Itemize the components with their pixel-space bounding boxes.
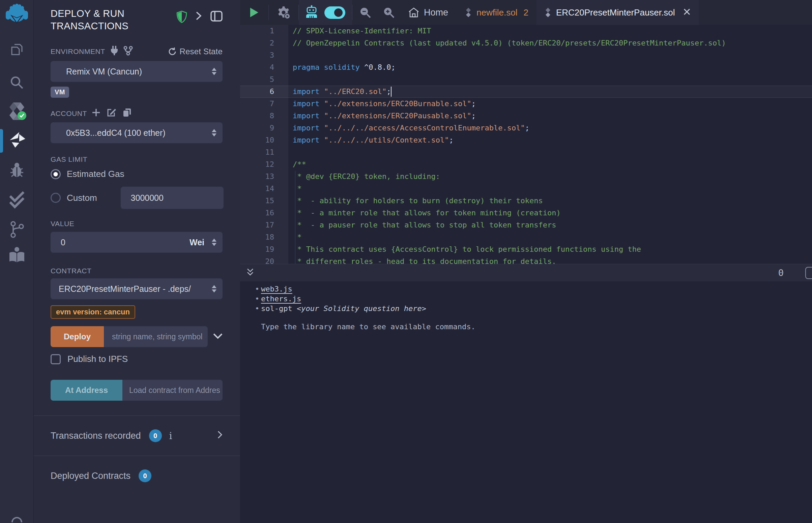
- terminal-lines: •web3.js•ethers.js•sol-gpt <your Solidit…: [261, 284, 812, 313]
- line-number: 19: [240, 243, 288, 255]
- line-number: 3: [240, 49, 288, 61]
- git-icon[interactable]: [0, 221, 34, 238]
- remix-logo[interactable]: [0, 3, 34, 24]
- close-tab-icon[interactable]: [683, 7, 691, 18]
- code-line[interactable]: 1// SPDX-License-Identifier: MIT: [240, 25, 812, 37]
- at-address-button[interactable]: At Address: [51, 380, 122, 401]
- code-line[interactable]: 8import "../extensions/ERC20Pausable.sol…: [240, 110, 812, 122]
- deployed-contracts-row: Deployed Contracts 0: [51, 456, 223, 496]
- terminal-list-item[interactable]: •web3.js: [261, 284, 812, 294]
- deploy-and-run-icon[interactable]: [0, 131, 34, 148]
- zoom-in-icon[interactable]: [378, 0, 400, 25]
- tab-newfile[interactable]: newfile.sol 2: [457, 0, 536, 25]
- fork-state-icon[interactable]: [123, 46, 133, 57]
- code-editor[interactable]: 1// SPDX-License-Identifier: MIT2// Open…: [240, 25, 812, 264]
- add-account-icon[interactable]: [92, 108, 101, 119]
- value-input-group[interactable]: 0 Wei: [51, 232, 223, 253]
- learneth-icon[interactable]: [0, 247, 34, 263]
- solidity-compiler-icon[interactable]: [0, 102, 34, 121]
- deploy-button[interactable]: Deploy: [51, 326, 104, 347]
- custom-gas-input[interactable]: [121, 187, 224, 209]
- unit-testing-icon[interactable]: [0, 191, 34, 208]
- settings-gear-icon[interactable]: [0, 518, 34, 523]
- code-line[interactable]: 7import "../extensions/ERC20Burnable.sol…: [240, 98, 812, 110]
- terminal-link[interactable]: web3.js: [261, 285, 293, 293]
- bullet-icon: •: [255, 294, 259, 304]
- code-line[interactable]: 9import "../../../access/AccessControlEn…: [240, 122, 812, 134]
- code-line[interactable]: 3: [240, 49, 812, 61]
- line-number: 4: [240, 61, 288, 73]
- tab-home[interactable]: Home: [400, 0, 457, 25]
- contract-select[interactable]: ERC20PresetMinterPauser - .deps/: [51, 278, 223, 299]
- line-number: 5: [240, 73, 288, 86]
- line-number: 2: [240, 37, 288, 49]
- code-line[interactable]: 5: [240, 73, 812, 86]
- code-line[interactable]: 10import "../../../utils/Context.sol";: [240, 134, 812, 146]
- code-line[interactable]: 17 * - a pauser role that allows to stop…: [240, 219, 812, 231]
- line-number: 7: [240, 98, 288, 110]
- code-line[interactable]: 4pragma solidity ^0.8.0;: [240, 61, 812, 73]
- code-line[interactable]: 14 *: [240, 183, 812, 195]
- page-title: DEPLOY & RUN TRANSACTIONS: [51, 7, 152, 32]
- info-icon[interactable]: i: [169, 431, 172, 441]
- radio-selected-icon[interactable]: [51, 169, 61, 179]
- ai-copilot-robot-icon[interactable]: [305, 5, 318, 20]
- plug-icon[interactable]: [110, 46, 119, 57]
- script-config-icon[interactable]: [269, 0, 298, 25]
- code-line[interactable]: 2// OpenZeppelin Contracts (last updated…: [240, 37, 812, 49]
- search-icon[interactable]: [0, 75, 34, 90]
- tab-erc20presetminterpauser[interactable]: ERC20PresetMinterPauser.sol: [536, 0, 699, 25]
- code-line[interactable]: 12/**: [240, 158, 812, 170]
- run-script-button[interactable]: [240, 0, 268, 25]
- checkbox-icon[interactable]: [51, 354, 61, 364]
- radio-unselected-icon[interactable]: [51, 193, 61, 203]
- at-address-input[interactable]: [122, 380, 223, 401]
- select-arrows-icon[interactable]: [212, 239, 216, 246]
- terminal-output[interactable]: •web3.js•ethers.js•sol-gpt <your Solidit…: [240, 282, 812, 523]
- transactions-recorded-row: Transactions recorded 0 i: [51, 416, 223, 456]
- expand-transactions-icon[interactable]: [217, 430, 223, 441]
- transactions-count-badge: 0: [149, 429, 162, 442]
- code-line[interactable]: 13 * @dev {ERC20} token, including:: [240, 170, 812, 183]
- estimated-gas-option[interactable]: Estimated Gas: [51, 169, 223, 179]
- expand-constructor-icon[interactable]: [213, 333, 223, 340]
- gas-limit-label: GAS LIMIT: [51, 155, 87, 163]
- select-arrows-icon: [212, 285, 216, 292]
- code-line[interactable]: 19 * This contract uses {AccessControl} …: [240, 243, 812, 255]
- debugger-icon[interactable]: [0, 162, 34, 179]
- zoom-out-icon[interactable]: [352, 0, 378, 25]
- code-line[interactable]: 16 * - a minter role that allows for tok…: [240, 207, 812, 219]
- transactions-recorded-label: Transactions recorded: [51, 431, 141, 441]
- code-line[interactable]: 20 * different roles - head to its docum…: [240, 255, 812, 264]
- deployed-contracts-label: Deployed Contracts: [51, 471, 130, 481]
- ai-copilot-toggle[interactable]: [324, 6, 345, 19]
- constructor-args-input[interactable]: [104, 326, 208, 347]
- code-line[interactable]: 11: [240, 146, 812, 158]
- expand-terminal-icon[interactable]: [246, 268, 254, 278]
- pin-panel-icon[interactable]: [210, 11, 223, 23]
- copy-address-icon[interactable]: [123, 108, 131, 119]
- environment-label: ENVIRONMENT: [51, 48, 105, 56]
- terminal-search-input[interactable]: [805, 267, 812, 279]
- deployed-count-badge: 0: [139, 469, 152, 482]
- terminal-link[interactable]: ethers.js: [261, 294, 301, 303]
- line-number: 13: [240, 170, 288, 183]
- publish-to-ipfs-option[interactable]: Publish to IPFS: [51, 354, 223, 364]
- terminal-list-item[interactable]: •ethers.js: [261, 294, 812, 304]
- line-number: 8: [240, 110, 288, 122]
- code-line[interactable]: 18 *: [240, 231, 812, 243]
- code-line[interactable]: 6import "../ERC20.sol";: [240, 86, 812, 98]
- sign-message-icon[interactable]: [107, 108, 117, 119]
- value-unit-select[interactable]: Wei: [190, 238, 204, 247]
- listen-network-count: 0: [778, 268, 803, 278]
- compiler-success-badge: [18, 111, 26, 120]
- line-number: 14: [240, 183, 288, 195]
- code-line[interactable]: 15 * - ability for holders to burn (dest…: [240, 195, 812, 207]
- environment-select[interactable]: Remix VM (Cancun): [51, 61, 223, 82]
- custom-gas-option[interactable]: Custom: [51, 187, 223, 209]
- file-explorer-icon[interactable]: [0, 43, 34, 59]
- reset-state-button[interactable]: Reset State: [168, 47, 223, 56]
- account-select[interactable]: 0x5B3...eddC4 (100 ether): [51, 122, 223, 143]
- chevron-right-icon[interactable]: [196, 11, 202, 22]
- remix-ide-window: DEPLOY & RUN TRANSACTIONS: [0, 0, 812, 523]
